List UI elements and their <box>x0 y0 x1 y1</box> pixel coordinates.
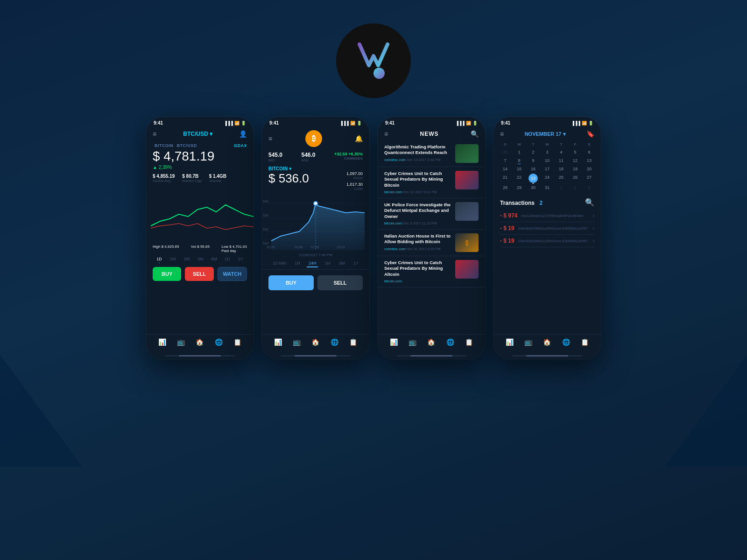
menu-icon-4[interactable]: ≡ <box>500 130 504 138</box>
news-item-2[interactable]: UK Police Force Investigate the Defunct … <box>378 198 485 230</box>
cal-5[interactable]: 5 <box>568 148 582 156</box>
phones-row: 9:41 ▐▐▐ 📶 🔋 ≡ BTC/USD ▾ 👤 BITCOIN BTC/U… <box>146 117 601 359</box>
scroll-bar-2 <box>281 355 351 357</box>
cal-3[interactable]: 3 <box>540 148 554 156</box>
bottom-nav-4: 📊 📺 🏠 🌐 📋 <box>493 334 601 352</box>
trans-search-icon[interactable]: 🔍 <box>585 198 594 207</box>
cal-18[interactable]: 18 <box>554 165 568 173</box>
cal-14[interactable]: 14 <box>498 165 512 173</box>
bottom-nav-1: 📊 📺 🏠 🌐 📋 <box>146 334 254 352</box>
cal-10[interactable]: 10 <box>540 157 554 164</box>
time-1d2[interactable]: 1D <box>225 257 230 261</box>
svg-text:20:33: 20:33 <box>267 245 275 249</box>
scroll-bar-3 <box>396 355 466 357</box>
buy-button-2[interactable]: BUY <box>268 275 314 290</box>
time-3m-2[interactable]: 3M <box>337 260 347 267</box>
cal-23-today[interactable]: 23 •• <box>526 174 540 183</box>
time-6m[interactable]: 6M <box>211 257 217 261</box>
cal-16[interactable]: 16 <box>526 165 540 173</box>
nav-globe-icon-3[interactable]: 🌐 <box>446 338 454 346</box>
nav-chart-icon[interactable]: 📊 <box>158 338 166 346</box>
cal-1b[interactable]: 1 <box>554 184 568 191</box>
nav-globe-icon[interactable]: 🌐 <box>215 338 223 346</box>
cal-2b[interactable]: 2 <box>568 184 582 191</box>
nav-tv-icon[interactable]: 📺 <box>177 338 185 346</box>
cal-17[interactable]: 17 <box>540 165 554 173</box>
cal-25[interactable]: 25 <box>554 174 568 183</box>
cal-20[interactable]: 20 <box>582 165 596 173</box>
sell-button-1[interactable]: SELL <box>185 267 213 281</box>
nav-globe-icon-4[interactable]: 🌐 <box>562 338 570 346</box>
profile-icon-1[interactable]: 👤 <box>239 130 247 138</box>
cal-27[interactable]: 27 <box>582 174 596 183</box>
pair-selector-1[interactable]: BTC/USD ▾ <box>183 131 212 137</box>
cal-3b[interactable]: 3 <box>582 184 596 191</box>
nav-home-icon[interactable]: 🏠 <box>196 338 204 346</box>
bookmark-icon[interactable]: 🔖 <box>586 130 594 138</box>
nav-tv-icon-4[interactable]: 📺 <box>524 338 532 346</box>
cal-4[interactable]: 4 <box>554 148 568 156</box>
nav-cal-icon-4[interactable]: 📋 <box>581 338 589 346</box>
cal-9[interactable]: 9 <box>526 157 540 164</box>
cal-1[interactable]: 1 <box>512 148 526 156</box>
nav-chart-icon-4[interactable]: 📊 <box>506 338 514 346</box>
menu-icon-3[interactable]: ≡ <box>384 130 388 138</box>
time-1m-2[interactable]: 1M <box>323 260 333 267</box>
svg-text:02:06: 02:06 <box>295 245 303 249</box>
nav-cal-icon-2[interactable]: 📋 <box>349 338 357 346</box>
nav-home-icon-4[interactable]: 🏠 <box>543 338 551 346</box>
news-item-0[interactable]: Algorithmic Trading Platform Quantconnec… <box>378 140 485 167</box>
cal-15[interactable]: 15 <box>512 165 526 173</box>
cal-12[interactable]: 12 <box>568 157 582 164</box>
cal-7[interactable]: 7 <box>498 157 512 164</box>
cal-19[interactable]: 19 <box>568 165 582 173</box>
cal-month[interactable]: NOVEMBER 17 ▾ <box>525 131 566 137</box>
nav-globe-icon-2[interactable]: 🌐 <box>331 338 338 346</box>
cal-6[interactable]: 6 <box>582 148 596 156</box>
news-item-1[interactable]: Cyber Crimes Unit to Catch Sexual Predat… <box>378 167 485 198</box>
time-24h[interactable]: 24H <box>307 260 318 267</box>
time-1m[interactable]: 1M <box>184 257 190 261</box>
nav-chart-icon-3[interactable]: 📊 <box>390 338 398 346</box>
sell-button-2[interactable]: SELL <box>317 275 363 290</box>
cal-8[interactable]: 8••• <box>512 157 526 164</box>
cal-30[interactable]: 30 <box>498 148 512 156</box>
nav-cal-icon[interactable]: 📋 <box>233 338 241 346</box>
search-icon-3[interactable]: 🔍 <box>471 130 479 138</box>
time-1y[interactable]: 1Y <box>238 257 243 261</box>
cal-26[interactable]: 26 <box>568 174 582 183</box>
nav-home-icon-2[interactable]: 🏠 <box>311 338 319 346</box>
time-1h[interactable]: 1H <box>293 260 302 267</box>
buy-button-1[interactable]: BUY <box>153 267 181 281</box>
nav-tv-icon-2[interactable]: 📺 <box>293 338 301 346</box>
cal-row-3: 14 15 16 17 18 19 20 <box>498 165 596 173</box>
trans-item-2[interactable]: - $ 19 234mEa923940zLp2943ncxmJCB3940zLp… <box>500 235 594 247</box>
bell-icon-2[interactable]: 🔔 <box>355 135 363 142</box>
cal-11[interactable]: 11 <box>554 157 568 164</box>
cal-28[interactable]: 28 <box>498 184 512 191</box>
nav-home-icon-3[interactable]: 🏠 <box>427 338 435 346</box>
cal-22[interactable]: 22 <box>512 174 526 183</box>
time-1d[interactable]: 1D <box>156 257 162 261</box>
trans-item-1[interactable]: - $ 19 23dmEa923940zLp2943ncxmJCB3940zLp… <box>500 222 594 235</box>
nav-chart-icon-2[interactable]: 📊 <box>274 338 282 346</box>
nav-cal-icon-3[interactable]: 📋 <box>465 338 473 346</box>
cal-21[interactable]: 21 <box>498 174 512 183</box>
time-3m[interactable]: 3M <box>197 257 204 261</box>
menu-icon-2[interactable]: ≡ <box>268 135 272 142</box>
cal-31[interactable]: 31 <box>540 184 554 191</box>
cal-24[interactable]: 24 <box>540 174 554 183</box>
cal-13[interactable]: 13 <box>582 157 596 164</box>
trans-item-0[interactable]: - $ 974 mK3128xnjKJs2737989vq8H0PQcvf834… <box>500 210 594 222</box>
cal-30b[interactable]: 30 <box>526 184 540 191</box>
time-1y-2[interactable]: 1Y <box>352 260 360 267</box>
time-1w[interactable]: 1W <box>170 257 176 261</box>
time-10min[interactable]: 10 MIN <box>271 260 288 267</box>
cal-2[interactable]: 2 <box>526 148 540 156</box>
news-item-4[interactable]: Cyber Crimes Unit to Catch Sexual Predat… <box>378 256 485 287</box>
menu-icon-1[interactable]: ≡ <box>153 130 156 138</box>
watch-button-1[interactable]: WATCH <box>218 267 247 281</box>
nav-tv-icon-3[interactable]: 📺 <box>409 338 416 346</box>
news-item-3[interactable]: Italian Auction House Is First to Allow … <box>378 230 485 256</box>
cal-29[interactable]: 29 <box>512 184 526 191</box>
